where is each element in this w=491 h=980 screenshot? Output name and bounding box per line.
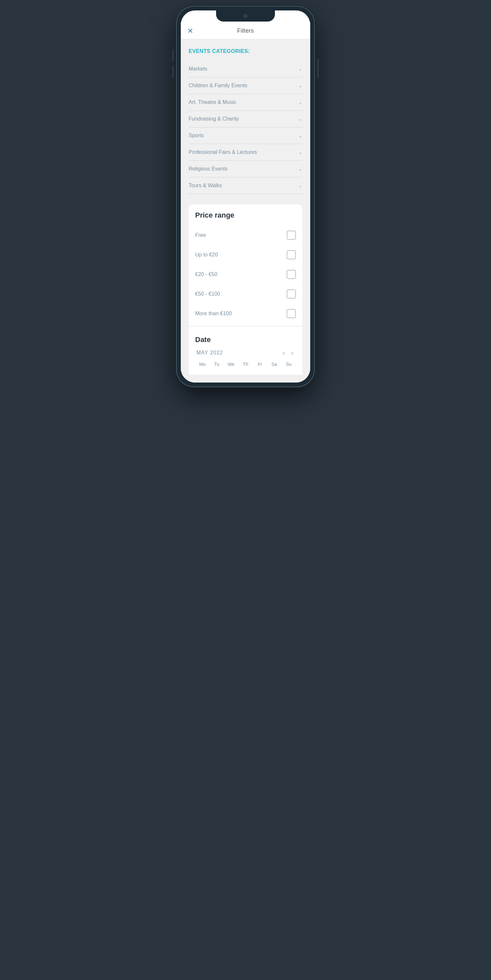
header-title: Filters bbox=[237, 27, 253, 34]
screen-content: ✕ Filters EVENTS CATEGORIES: Markets ⌄ C… bbox=[181, 22, 310, 382]
camera bbox=[244, 14, 247, 18]
checkbox-free[interactable] bbox=[287, 231, 296, 240]
day-label-fr: Fr bbox=[253, 362, 267, 367]
day-label-we: We bbox=[224, 362, 238, 367]
price-label-morethan100: More than €100 bbox=[195, 311, 232, 317]
chevron-down-icon: ⌄ bbox=[298, 167, 302, 171]
close-button[interactable]: ✕ bbox=[187, 27, 193, 35]
events-categories-section: EVENTS CATEGORIES: Markets ⌄ Children & … bbox=[189, 48, 302, 194]
notch bbox=[216, 10, 275, 22]
price-item-20to50: €20 - €50 bbox=[189, 265, 302, 284]
filters-header: ✕ Filters bbox=[181, 22, 310, 39]
date-title: Date bbox=[195, 336, 296, 344]
price-range-title: Price range bbox=[189, 211, 302, 225]
chevron-down-icon: ⌄ bbox=[298, 83, 302, 88]
price-item-upto20: Up to €20 bbox=[189, 245, 302, 265]
day-label-su: Su bbox=[281, 362, 296, 367]
category-label-tours-walks: Tours & Walks bbox=[189, 183, 222, 188]
calendar-nav: ‹ › bbox=[281, 349, 295, 356]
categories-list: Markets ⌄ Children & Family Events ⌄ Art… bbox=[189, 61, 302, 194]
checkbox-50to100[interactable] bbox=[287, 290, 296, 299]
category-item-children-family[interactable]: Children & Family Events ⌄ bbox=[189, 78, 302, 94]
chevron-down-icon: ⌄ bbox=[298, 133, 302, 138]
category-label-children-family: Children & Family Events bbox=[189, 83, 247, 89]
category-item-markets[interactable]: Markets ⌄ bbox=[189, 61, 302, 78]
category-label-religious-events: Religious Events bbox=[189, 166, 228, 172]
category-item-art-theatre[interactable]: Art, Theatre & Music ⌄ bbox=[189, 94, 302, 111]
chevron-down-icon: ⌄ bbox=[298, 67, 302, 71]
day-label-th: Th bbox=[238, 362, 253, 367]
chevron-down-icon: ⌄ bbox=[298, 150, 302, 154]
category-label-markets: Markets bbox=[189, 66, 207, 72]
phone-frame: ✕ Filters EVENTS CATEGORIES: Markets ⌄ C… bbox=[177, 6, 314, 387]
day-label-sa: Sa bbox=[267, 362, 281, 367]
category-item-religious-events[interactable]: Religious Events ⌄ bbox=[189, 161, 302, 177]
price-range-section: Price range Free Up to €20 €20 - €50 bbox=[189, 205, 302, 375]
price-date-divider bbox=[189, 326, 302, 326]
checkbox-morethan100[interactable] bbox=[287, 309, 296, 318]
price-item-50to100: €50 - €100 bbox=[189, 284, 302, 304]
price-label-50to100: €50 - €100 bbox=[195, 291, 220, 297]
chevron-down-icon: ⌄ bbox=[298, 100, 302, 105]
events-categories-title: EVENTS CATEGORIES: bbox=[189, 48, 302, 54]
power-button bbox=[317, 59, 319, 78]
chevron-down-icon: ⌄ bbox=[298, 183, 302, 188]
main-content: EVENTS CATEGORIES: Markets ⌄ Children & … bbox=[181, 39, 310, 382]
category-label-fundraising: Fundraising & Charity bbox=[189, 116, 239, 122]
calendar-days-header: Mo Tu We Th Fr Sa Su bbox=[195, 362, 296, 369]
category-label-sports: Sports bbox=[189, 133, 204, 138]
checkbox-20to50[interactable] bbox=[287, 270, 296, 279]
category-item-professional-fairs[interactable]: Professional Fairs & Lectures ⌄ bbox=[189, 144, 302, 161]
price-item-morethan100: More than €100 bbox=[189, 304, 302, 323]
prev-month-button[interactable]: ‹ bbox=[281, 349, 286, 356]
calendar-header: MAY 2022 ‹ › bbox=[195, 349, 296, 356]
next-month-button[interactable]: › bbox=[290, 349, 295, 356]
price-label-free: Free bbox=[195, 232, 206, 238]
date-section: Date MAY 2022 ‹ › Mo Tu We bbox=[189, 329, 302, 375]
month-year-label: MAY 2022 bbox=[196, 350, 223, 356]
price-label-upto20: Up to €20 bbox=[195, 252, 218, 258]
checkbox-upto20[interactable] bbox=[287, 250, 296, 259]
chevron-down-icon: ⌄ bbox=[298, 117, 302, 121]
volume-up-button bbox=[172, 49, 174, 61]
day-label-mo: Mo bbox=[195, 362, 210, 367]
category-item-fundraising[interactable]: Fundraising & Charity ⌄ bbox=[189, 111, 302, 127]
category-label-professional-fairs: Professional Fairs & Lectures bbox=[189, 149, 257, 155]
category-item-sports[interactable]: Sports ⌄ bbox=[189, 127, 302, 144]
price-label-20to50: €20 - €50 bbox=[195, 272, 217, 277]
day-label-tu: Tu bbox=[210, 362, 224, 367]
category-label-art-theatre: Art, Theatre & Music bbox=[189, 99, 236, 105]
category-item-tours-walks[interactable]: Tours & Walks ⌄ bbox=[189, 177, 302, 194]
volume-down-button bbox=[172, 65, 174, 78]
phone-screen: ✕ Filters EVENTS CATEGORIES: Markets ⌄ C… bbox=[181, 10, 310, 382]
price-item-free: Free bbox=[189, 225, 302, 245]
